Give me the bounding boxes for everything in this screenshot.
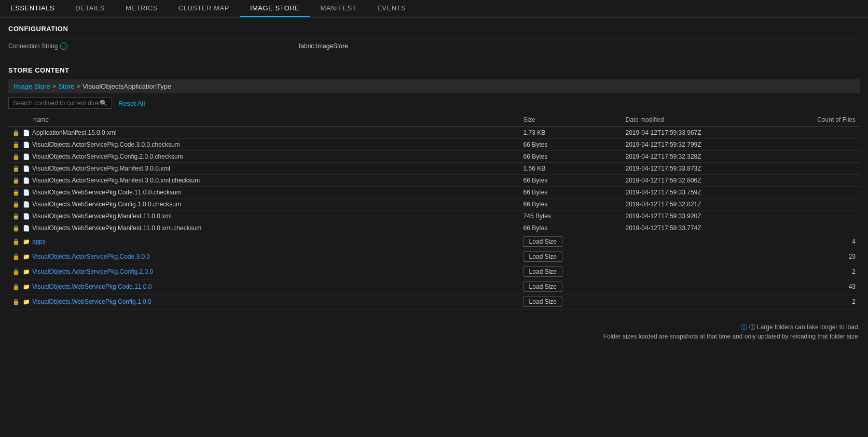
- folder-name[interactable]: VisualObjects.WebServicePkg.Code.11.0.0: [32, 283, 151, 290]
- folder-icon: 📁: [23, 284, 30, 290]
- file-name: VisualObjects.WebServicePkg.Manifest.11.…: [32, 213, 172, 220]
- search-icon: 🔍: [100, 100, 107, 107]
- folder-count: 23: [775, 249, 860, 264]
- lock-icon: 🔒: [12, 253, 20, 260]
- footer-info-icon: ⓘ: [741, 323, 747, 331]
- lock-icon: 🔒: [12, 213, 20, 220]
- reset-all-button[interactable]: Reset All: [118, 100, 145, 107]
- folder-date: [622, 264, 775, 279]
- breadcrumb-current: VisualObjectsApplicationType: [82, 82, 171, 90]
- file-name: ApplicationManifest.15.0.0.xml: [32, 129, 117, 136]
- file-date: 2019-04-12T17:59:33.759Z: [622, 187, 775, 199]
- file-size: 66 Bytes: [519, 151, 622, 163]
- file-size: 66 Bytes: [519, 139, 622, 151]
- lock-icon: 🔒: [12, 189, 20, 196]
- folder-name[interactable]: VisualObjects.ActorServicePkg.Code.3.0.0: [32, 253, 150, 260]
- connection-string-info-icon[interactable]: i: [60, 43, 67, 50]
- nav-manifest[interactable]: MANIFEST: [310, 0, 367, 17]
- table-row: 🔒 📄 VisualObjects.ActorServicePkg.Manife…: [8, 163, 860, 175]
- table-row: 🔒 📄 VisualObjects.WebServicePkg.Code.11.…: [8, 187, 860, 199]
- breadcrumb-sep-2: >: [77, 82, 81, 90]
- folder-name[interactable]: VisualObjects.ActorServicePkg.Config.2.0…: [32, 268, 153, 275]
- folder-count: 4: [775, 234, 860, 249]
- file-icon: 📄: [23, 142, 30, 148]
- configuration-section: CONFIGURATION Connection String i fabric…: [8, 25, 860, 54]
- file-size: 66 Bytes: [519, 199, 622, 210]
- file-count: [775, 163, 860, 175]
- folder-count: 43: [775, 279, 860, 294]
- lock-icon: 🔒: [12, 177, 20, 184]
- folder-icon: 📁: [23, 238, 30, 245]
- breadcrumb-image-store[interactable]: Image Store: [13, 82, 50, 90]
- lock-icon: 🔒: [12, 142, 20, 148]
- folder-icon: 📁: [23, 253, 30, 260]
- load-size-button[interactable]: Load Size: [523, 251, 562, 262]
- footer-note-line1: ⓘⓘ Large folders can take longer to load…: [8, 323, 860, 332]
- table-header-row: name Size Date modified Count of Files: [8, 113, 860, 127]
- file-count: [775, 127, 860, 139]
- search-row: 🔍 Reset All: [8, 97, 860, 109]
- lock-icon: 🔒: [12, 238, 20, 245]
- lock-icon: 🔒: [12, 284, 20, 290]
- search-input[interactable]: [13, 100, 100, 107]
- table-row: 🔒 📄 VisualObjects.WebServicePkg.Manifest…: [8, 210, 860, 222]
- file-count: [775, 210, 860, 222]
- folder-date: [622, 234, 775, 249]
- file-name: VisualObjects.WebServicePkg.Manifest.11.…: [32, 224, 201, 232]
- file-icon: 📄: [23, 165, 30, 172]
- folder-date: [622, 279, 775, 294]
- load-size-button[interactable]: Load Size: [523, 281, 562, 292]
- file-icon: 📄: [23, 213, 30, 220]
- table-row: 🔒 📁 VisualObjects.ActorServicePkg.Config…: [8, 264, 860, 279]
- table-row: 🔒 📁 VisualObjects.WebServicePkg.Config.1…: [8, 294, 860, 309]
- file-size: 1.73 KB: [519, 127, 622, 139]
- table-row: 🔒 📄 VisualObjects.ActorServicePkg.Code.3…: [8, 139, 860, 151]
- store-content-title: STORE CONTENT: [8, 66, 860, 74]
- file-icon: 📄: [23, 177, 30, 184]
- table-row: 🔒 📁 VisualObjects.ActorServicePkg.Code.3…: [8, 249, 860, 264]
- table-row: 🔒 📄 VisualObjects.WebServicePkg.Manifest…: [8, 222, 860, 234]
- file-date: 2019-04-12T17:59:33.873Z: [622, 163, 775, 175]
- nav-cluster-map[interactable]: CLUSTER MAP: [168, 0, 240, 17]
- file-name: VisualObjects.WebServicePkg.Config.1.0.0…: [32, 201, 181, 208]
- nav-events[interactable]: EVENTS: [367, 0, 416, 17]
- file-date: 2019-04-12T17:59:32.806Z: [622, 175, 775, 187]
- load-size-button[interactable]: Load Size: [523, 266, 562, 277]
- folder-name[interactable]: apps: [32, 238, 46, 245]
- load-size-button[interactable]: Load Size: [523, 297, 562, 307]
- store-content-section: STORE CONTENT Image Store > Store > Visu…: [8, 66, 860, 346]
- nav-details[interactable]: DETAILS: [65, 0, 115, 17]
- folder-name[interactable]: VisualObjects.WebServicePkg.Config.1.0.0: [32, 298, 151, 305]
- nav-essentials[interactable]: ESSENTIALS: [0, 0, 65, 17]
- file-date: 2019-04-12T17:59:33.774Z: [622, 222, 775, 234]
- folder-count: 2: [775, 294, 860, 309]
- footer-note: ⓘⓘ Large folders can take longer to load…: [8, 318, 860, 346]
- file-count: [775, 139, 860, 151]
- nav-metrics[interactable]: METRICS: [115, 0, 168, 17]
- lock-icon: 🔒: [12, 299, 20, 305]
- file-size: 66 Bytes: [519, 222, 622, 234]
- search-box: 🔍: [8, 97, 112, 109]
- breadcrumb-store[interactable]: Store: [58, 82, 74, 90]
- file-icon: 📄: [23, 189, 30, 196]
- folder-date: [622, 294, 775, 309]
- table-row: 🔒 📁 apps Load Size 4: [8, 234, 860, 249]
- file-name: VisualObjects.WebServicePkg.Code.11.0.0.…: [32, 189, 182, 196]
- breadcrumb-bar: Image Store > Store > VisualObjectsAppli…: [8, 79, 860, 93]
- lock-icon: 🔒: [12, 153, 20, 160]
- table-row: 🔒 📄 ApplicationManifest.15.0.0.xml 1.73 …: [8, 127, 860, 139]
- file-size: 745 Bytes: [519, 210, 622, 222]
- table-row: 🔒 📁 VisualObjects.WebServicePkg.Code.11.…: [8, 279, 860, 294]
- load-size-button[interactable]: Load Size: [523, 236, 562, 247]
- file-icon: 📄: [23, 130, 30, 136]
- configuration-title: CONFIGURATION: [8, 25, 860, 33]
- file-date: 2019-04-12T17:59:32.328Z: [622, 151, 775, 163]
- footer-note-line2: Folder sizes loaded are snapshots at tha…: [8, 333, 860, 340]
- file-count: [775, 187, 860, 199]
- file-name: VisualObjects.ActorServicePkg.Manifest.3…: [32, 177, 200, 184]
- lock-icon: 🔒: [12, 225, 20, 232]
- nav-image-store[interactable]: IMAGE STORE: [240, 0, 310, 17]
- file-count: [775, 175, 860, 187]
- file-name: VisualObjects.ActorServicePkg.Config.2.0…: [32, 153, 183, 160]
- lock-icon: 🔒: [12, 165, 20, 172]
